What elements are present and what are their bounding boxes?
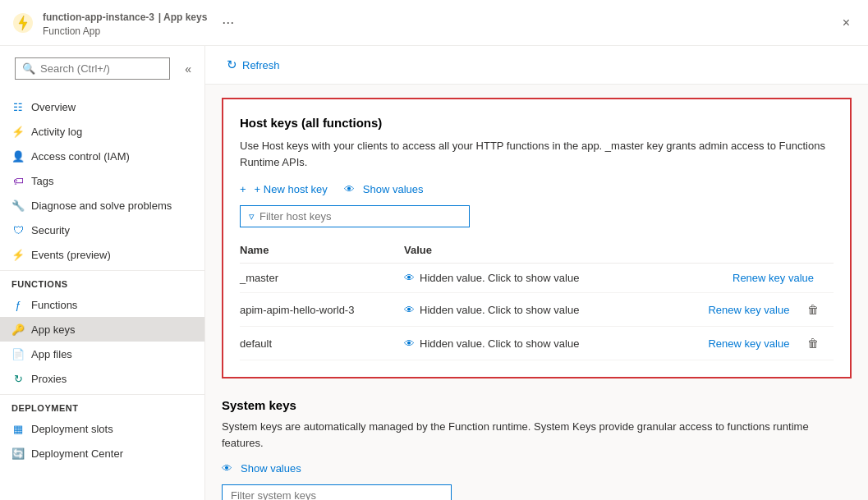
app-name: function-app-instance-3 (43, 11, 154, 23)
app-icon (11, 11, 34, 34)
sidebar-item-deployment-slots[interactable]: ▦ Deployment slots (0, 416, 204, 441)
filter-icon: ▿ (249, 210, 255, 222)
sidebar-item-proxies[interactable]: ↻ Proxies (0, 366, 204, 391)
eye-icon[interactable]: 👁 (404, 304, 415, 316)
proxy-icon: ↻ (11, 372, 25, 385)
renew-key-button[interactable]: Renew key value (733, 272, 814, 284)
delete-key-button[interactable]: 🗑 (802, 335, 824, 351)
title-ellipsis[interactable]: ··· (222, 14, 234, 31)
toolbar: ↻ Refresh (205, 46, 868, 85)
key-value-cell: 👁 Hidden value. Click to show value (404, 293, 660, 327)
hidden-value-text[interactable]: Hidden value. Click to show value (420, 304, 579, 316)
delete-key-button[interactable]: 🗑 (802, 301, 824, 318)
wrench-icon: 🔧 (11, 199, 25, 212)
refresh-icon: ↻ (227, 57, 237, 72)
tag-icon: 🏷 (11, 174, 25, 187)
eye-icon: 👁 (222, 462, 232, 475)
sidebar-item-tags[interactable]: 🏷 Tags (0, 168, 204, 193)
lightning-icon: ⚡ (11, 125, 25, 138)
table-row: _master 👁 Hidden value. Click to show va… (240, 264, 834, 293)
functions-section-header: Functions (0, 270, 204, 292)
key-icon: 🔑 (11, 323, 25, 336)
collapse-button[interactable]: « (181, 59, 195, 79)
key-actions: Renew key value 🗑 (660, 327, 834, 360)
title-text: function-app-instance-3 | App keys Funct… (43, 8, 207, 37)
hidden-value-text[interactable]: Hidden value. Click to show value (420, 272, 579, 284)
key-name: apim-apim-hello-world-3 (240, 293, 404, 327)
key-actions: Renew key value (660, 264, 834, 293)
events-lightning-icon: ⚡ (11, 248, 25, 261)
title-bar: function-app-instance-3 | App keys Funct… (0, 0, 868, 46)
slots-icon: ▦ (11, 422, 25, 435)
functions-icon: ƒ (11, 298, 25, 311)
eye-icon: 👁 (344, 183, 355, 195)
sidebar-item-overview[interactable]: ☷ Overview (0, 94, 204, 119)
renew-key-button[interactable]: Renew key value (708, 304, 789, 316)
table-row: apim-apim-hello-world-3 👁 Hidden value. … (240, 293, 834, 327)
host-keys-table: Name Value _master 👁 Hidden (240, 237, 834, 360)
eye-icon[interactable]: 👁 (404, 272, 415, 284)
show-values-button[interactable]: 👁 Show values (344, 183, 424, 195)
system-keys-actions: 👁 Show values (222, 462, 852, 475)
host-keys-description: Use Host keys with your clients to acces… (240, 138, 834, 170)
search-icon: 🔍 (22, 62, 35, 75)
sidebar-item-security[interactable]: 🛡 Security (0, 218, 204, 242)
sidebar-item-diagnose[interactable]: 🔧 Diagnose and solve problems (0, 193, 204, 218)
sidebar-item-functions[interactable]: ƒ Functions (0, 292, 204, 317)
refresh-button[interactable]: ↻ Refresh (222, 54, 285, 76)
filter-system-keys-box[interactable] (222, 484, 452, 500)
content-body: Host keys (all functions) Use Host keys … (205, 85, 868, 500)
value-column-header: Value (404, 237, 660, 264)
sidebar-navigation: ☷ Overview ⚡ Activity log 👤 Access contr… (0, 91, 204, 500)
sidebar-item-events[interactable]: ⚡ Events (preview) (0, 242, 204, 267)
sidebar-item-app-files[interactable]: 📄 App files (0, 342, 204, 366)
grid-icon: ☷ (11, 100, 25, 113)
person-icon: 👤 (11, 149, 25, 163)
shield-icon: 🛡 (11, 223, 25, 236)
filter-system-keys-input[interactable] (231, 489, 443, 500)
system-keys-description: System keys are automatically managed by… (222, 419, 852, 451)
search-input[interactable] (40, 62, 163, 75)
key-actions: Renew key value 🗑 (660, 293, 834, 327)
hidden-value-text[interactable]: Hidden value. Click to show value (420, 337, 579, 350)
content-area: ↻ Refresh Host keys (all functions) Use … (205, 46, 868, 500)
sidebar: 🔍 « ☷ Overview ⚡ Activity log 👤 Access c… (0, 46, 205, 500)
plus-icon: + (240, 183, 246, 195)
page-name: App keys (163, 11, 207, 23)
eye-icon[interactable]: 👁 (404, 337, 415, 350)
system-keys-section: System keys System keys are automaticall… (222, 398, 852, 500)
sidebar-item-deployment-center[interactable]: 🔄 Deployment Center (0, 441, 204, 466)
show-system-values-button[interactable]: 👁 Show values (222, 462, 301, 475)
system-keys-title: System keys (222, 398, 852, 412)
filter-host-keys-input[interactable] (259, 210, 461, 222)
filter-host-keys-box[interactable]: ▿ (240, 205, 470, 227)
host-keys-section: Host keys (all functions) Use Host keys … (222, 98, 852, 378)
close-button[interactable]: × (836, 12, 857, 34)
name-column-header: Name (240, 237, 404, 264)
file-icon: 📄 (11, 347, 25, 360)
key-name: _master (240, 264, 404, 293)
host-keys-title: Host keys (all functions) (240, 116, 834, 130)
sidebar-item-activity-log[interactable]: ⚡ Activity log (0, 119, 204, 144)
renew-key-button[interactable]: Renew key value (708, 337, 789, 350)
deploy-icon: 🔄 (11, 447, 25, 460)
app-subtitle: Function App (43, 25, 100, 37)
key-value-cell: 👁 Hidden value. Click to show value (404, 327, 660, 360)
key-value-cell: 👁 Hidden value. Click to show value (404, 264, 660, 293)
key-name: default (240, 327, 404, 360)
sidebar-item-app-keys[interactable]: 🔑 App keys (0, 317, 204, 342)
sidebar-item-access-control[interactable]: 👤 Access control (IAM) (0, 144, 204, 168)
new-host-key-button[interactable]: + + New host key (240, 183, 328, 195)
host-keys-actions: + + New host key 👁 Show values (240, 183, 834, 195)
table-row: default 👁 Hidden value. Click to show va… (240, 327, 834, 360)
deployment-section-header: Deployment (0, 394, 204, 416)
